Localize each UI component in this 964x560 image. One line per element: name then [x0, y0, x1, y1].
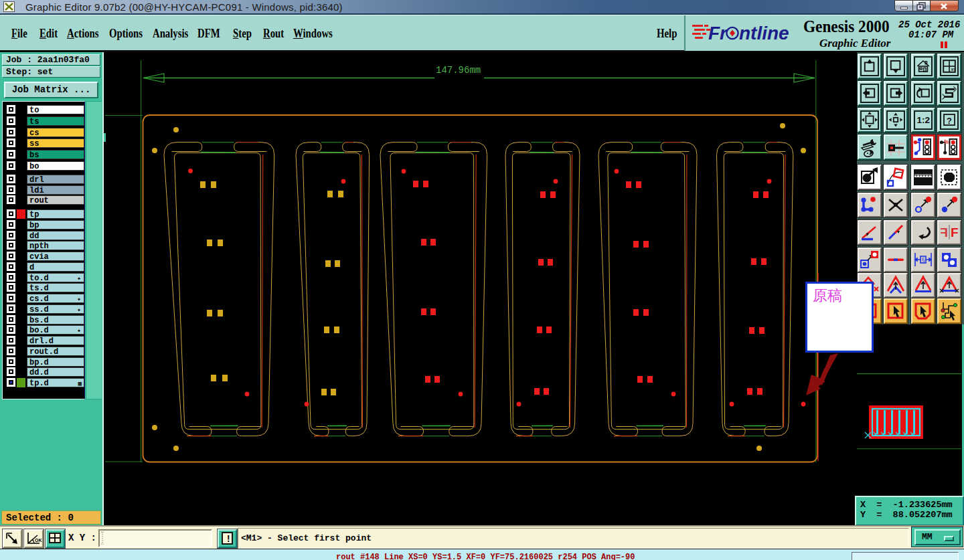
svg-text:F: F — [951, 225, 959, 240]
svg-text:1:2: 1:2 — [916, 115, 930, 125]
svg-text:F: F — [940, 225, 948, 240]
svg-text:Fr: Fr — [708, 23, 728, 43]
svg-text:OK: OK — [35, 538, 42, 543]
svg-text:ntline: ntline — [739, 23, 789, 43]
svg-text:§: § — [921, 257, 925, 264]
svg-text:!: ! — [226, 534, 231, 545]
svg-text:XY: XY — [951, 68, 956, 72]
svg-text:?: ? — [947, 116, 952, 126]
